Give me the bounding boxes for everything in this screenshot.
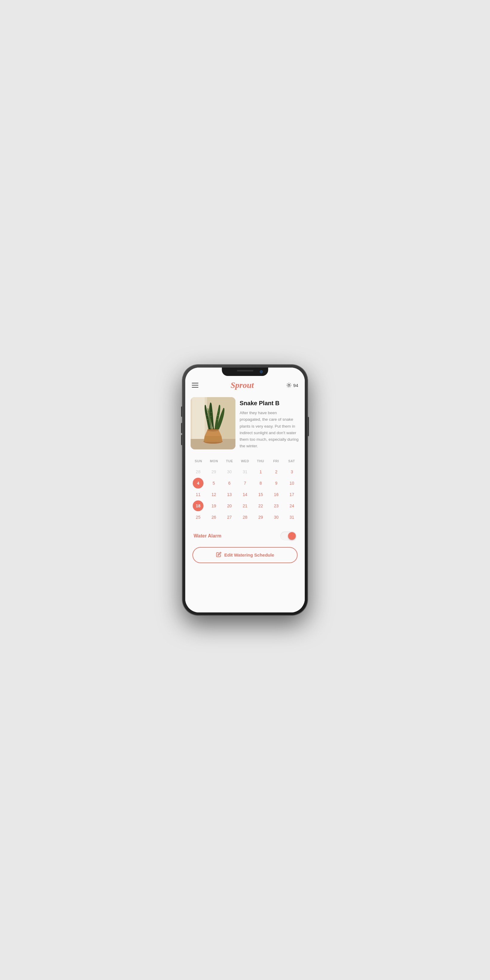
calendar-day[interactable]: 8 — [255, 478, 266, 488]
calendar-day[interactable]: 28 — [239, 512, 251, 523]
plant-name: Snake Plant B — [239, 399, 299, 407]
plant-card: Snake Plant B After they have been propa… — [185, 393, 305, 455]
calendar-day[interactable]: 9 — [271, 478, 282, 488]
calendar-day[interactable]: 21 — [239, 500, 251, 511]
sun-icon — [286, 382, 292, 388]
phone-frame: Sprout 94 — [182, 364, 308, 616]
calendar-day[interactable]: 12 — [208, 489, 219, 500]
calendar-grid: 2829303112345678910111213141516171819202… — [191, 466, 299, 523]
plant-illustration — [191, 397, 235, 449]
pencil-icon — [216, 552, 222, 558]
notch — [222, 368, 268, 376]
calendar-day[interactable]: 13 — [224, 489, 235, 500]
day-header-sun: SUN — [191, 458, 206, 464]
calendar-day[interactable]: 23 — [271, 500, 282, 511]
calendar-day[interactable]: 19 — [208, 500, 219, 511]
water-alarm-toggle[interactable] — [280, 531, 296, 541]
edit-schedule-label: Edit Watering Schedule — [224, 552, 274, 557]
plant-description: After they have been propagated, the car… — [239, 410, 299, 450]
screen-content: Sprout 94 — [185, 368, 305, 612]
calendar-days-header: SUN MON TUE WED THU FRI SAT — [191, 458, 299, 464]
svg-line-8 — [290, 383, 291, 384]
calendar-day[interactable]: 30 — [271, 512, 282, 523]
calendar-day[interactable]: 20 — [224, 500, 235, 511]
calendar-section: SUN MON TUE WED THU FRI SAT 282930311234… — [185, 455, 305, 528]
calendar-day[interactable]: 18 — [193, 500, 203, 511]
plant-image — [191, 397, 235, 449]
calendar-day[interactable]: 4 — [193, 478, 203, 488]
calendar-day[interactable]: 22 — [255, 500, 266, 511]
svg-line-7 — [287, 387, 287, 387]
calendar-day[interactable]: 2 — [271, 466, 282, 477]
day-header-wed: WED — [237, 458, 253, 464]
day-header-sat: SAT — [284, 458, 299, 464]
calendar-day[interactable]: 17 — [287, 489, 297, 500]
day-header-mon: MON — [206, 458, 222, 464]
calendar-day[interactable]: 14 — [239, 489, 251, 500]
calendar-day[interactable]: 16 — [271, 489, 282, 500]
calendar-day[interactable]: 15 — [255, 489, 266, 500]
water-alarm-section: Water Alarm — [185, 528, 305, 545]
menu-button[interactable] — [192, 383, 198, 388]
toggle-thumb — [288, 532, 296, 540]
calendar-day[interactable]: 30 — [224, 466, 235, 477]
toggle-track — [280, 531, 296, 541]
calendar-day[interactable]: 26 — [208, 512, 219, 523]
calendar-day[interactable]: 25 — [193, 512, 203, 523]
svg-point-0 — [288, 384, 290, 387]
calendar-day[interactable]: 31 — [239, 466, 251, 477]
calendar-day[interactable]: 7 — [239, 478, 251, 488]
edit-schedule-button[interactable]: Edit Watering Schedule — [192, 547, 298, 563]
calendar-day[interactable]: 5 — [208, 478, 219, 488]
calendar-day[interactable]: 29 — [255, 512, 266, 523]
calendar-day[interactable]: 31 — [287, 512, 297, 523]
calendar-day[interactable]: 3 — [287, 466, 297, 477]
plant-info: Snake Plant B After they have been propa… — [239, 397, 299, 450]
day-header-fri: FRI — [268, 458, 284, 464]
calendar-day[interactable]: 28 — [193, 466, 203, 477]
svg-line-6 — [290, 387, 291, 387]
temperature-value: 94 — [293, 383, 298, 388]
phone-screen: Sprout 94 — [185, 368, 305, 612]
calendar-day[interactable]: 6 — [224, 478, 235, 488]
weather-widget: 94 — [286, 382, 298, 388]
camera — [260, 370, 263, 373]
day-header-thu: THU — [253, 458, 268, 464]
speaker — [237, 370, 253, 371]
water-alarm-label: Water Alarm — [194, 533, 222, 539]
calendar-day[interactable]: 29 — [208, 466, 219, 477]
header: Sprout 94 — [185, 378, 305, 393]
calendar-day[interactable]: 24 — [287, 500, 297, 511]
calendar-day[interactable]: 11 — [193, 489, 203, 500]
calendar-day[interactable]: 10 — [287, 478, 297, 488]
calendar-day[interactable]: 1 — [255, 466, 266, 477]
calendar-day[interactable]: 27 — [224, 512, 235, 523]
app-title: Sprout — [231, 380, 254, 390]
day-header-tue: TUE — [222, 458, 237, 464]
svg-line-5 — [287, 383, 287, 384]
